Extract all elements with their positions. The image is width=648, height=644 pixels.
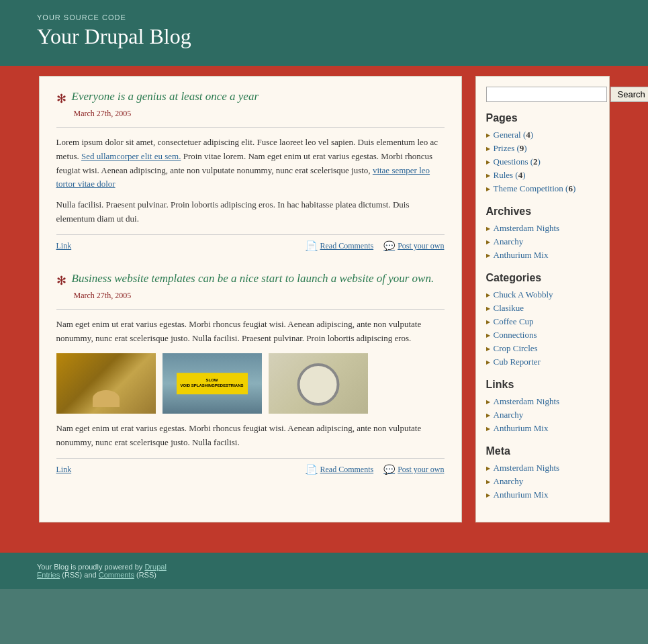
site-subtitle: YOUR SOURCE CODE [37,13,611,21]
article-2-body-2: Nam eget enim ut erat varius egestas. Mo… [56,422,445,450]
snowflake-icon-2: ✻ [56,273,66,288]
site-footer: Your Blog is proudly powered by Drupal E… [0,553,648,589]
article-2-divider [56,309,445,310]
meta-item-amsterdam: Amsterdam Nights [486,461,599,475]
article-2-gallery [56,353,445,414]
content-wrapper: ✻ Everyone is a genius at least once a y… [19,76,630,543]
archives-item-anarchy: Anarchy [486,235,599,248]
article-1-body-text-3: Nulla facilisi. Praesent pulvinar. Proin… [56,198,445,226]
category-item-crop: Crop Circles [486,342,599,355]
gallery-image-1 [56,353,156,414]
article-1-footer: Link 📄 Read Comments 💬 Post your own [56,234,445,252]
post-icon-1: 💬 [383,240,395,252]
pages-item-rules: Rules (4) [486,169,599,182]
footer-comments-link[interactable]: Comments [99,571,134,579]
categories-list: Chuck A Wobbly Clasikue Coffee Cup Conne… [486,288,599,369]
article-1-link[interactable]: Link [56,241,72,251]
outer-container: ✻ Everyone is a genius at least once a y… [0,66,648,553]
article-1-divider [56,127,445,128]
archives-item-amsterdam: Amsterdam Nights [486,222,599,235]
gallery-image-2 [163,353,262,414]
article-2-footer: Link 📄 Read Comments 💬 Post your own [56,458,445,475]
meta-section: Meta Amsterdam Nights Anarchy Anthurium … [486,445,599,502]
site-title: Your Drupal Blog [37,24,611,49]
pages-list: General (4) Prizes (9) Questions (2) Rul… [486,128,599,195]
archives-heading: Archives [486,205,599,218]
footer-comments-rss: (RSS) [136,571,156,579]
sidebar: Search Pages General (4) Prizes (9) Ques… [475,76,610,522]
pages-section: Pages General (4) Prizes (9) Questions (… [486,112,599,195]
main-content: ✻ Everyone is a genius at least once a y… [39,76,462,522]
footer-and-text: and [84,571,96,579]
pages-item-prizes: Prizes (9) [486,142,599,155]
site-header: YOUR SOURCE CODE Your Drupal Blog [0,0,648,66]
post-icon-2: 💬 [383,464,395,475]
category-item-connections: Connections [486,328,599,342]
archives-item-anthurium: Anthurium Mix [486,248,599,262]
category-item-coffee: Coffee Cup [486,315,599,328]
links-section: Links Amsterdam Nights Anarchy Anthurium… [486,379,599,435]
category-item-chuck: Chuck A Wobbly [486,288,599,302]
links-item-anarchy: Anarchy [486,408,599,422]
article-2-post-your-own[interactable]: 💬 Post your own [383,464,444,475]
categories-heading: Categories [486,272,599,284]
article-2-body-text-2: Nam eget enim ut erat varius egestas. Mo… [56,422,445,450]
search-button[interactable]: Search [610,87,649,102]
article-2-body: Nam eget enim ut erat varius egestas. Mo… [56,318,445,346]
content-area: ✻ Everyone is a genius at least once a y… [39,76,610,522]
footer-entries-link[interactable]: Entries [37,571,60,579]
article-1-footer-right: 📄 Read Comments 💬 Post your own [306,240,444,252]
links-list: Amsterdam Nights Anarchy Anthurium Mix [486,395,599,435]
article-1-body: Lorem ipsum dolor sit amet, consectetuer… [56,136,445,226]
article-1-title[interactable]: Everyone is a genius at least once a yea… [72,90,259,103]
article-1-date: March 27th, 2005 [74,109,445,119]
article-2-title-row: ✻ Business website templates can be a ni… [56,272,445,288]
article-2-read-comments[interactable]: 📄 Read Comments [306,464,373,475]
meta-item-anarchy: Anarchy [486,475,599,488]
pages-item-questions: Questions (2) [486,155,599,169]
pages-heading: Pages [486,112,599,124]
search-input[interactable] [486,87,607,102]
article-1: ✻ Everyone is a genius at least once a y… [56,90,445,252]
meta-heading: Meta [486,445,599,457]
gallery-image-3 [269,353,368,414]
article-1-title-row: ✻ Everyone is a genius at least once a y… [56,90,445,106]
article-2-body-text-1: Nam eget enim ut erat varius egestas. Mo… [56,318,445,346]
search-form: Search [486,87,599,102]
article-2-date: March 27th, 2005 [74,291,445,301]
links-item-amsterdam: Amsterdam Nights [486,395,599,408]
footer-entries-rss: (RSS) [62,571,82,579]
comment-icon-2: 📄 [306,464,317,475]
article-1-body-link-1[interactable]: Sed ullamcorper elit eu sem. [81,151,181,161]
article-2: ✻ Business website templates can be a ni… [56,272,445,475]
category-item-clasikue: Clasikue [486,302,599,315]
categories-section: Categories Chuck A Wobbly Clasikue Coffe… [486,272,599,369]
archives-section: Archives Amsterdam Nights Anarchy Anthur… [486,205,599,262]
snowflake-icon-1: ✻ [56,91,66,106]
article-2-link[interactable]: Link [56,465,72,475]
footer-text: Your Blog is proudly powered by [37,563,142,571]
archives-list: Amsterdam Nights Anarchy Anthurium Mix [486,222,599,262]
footer-drupal-link[interactable]: Drupal [144,563,166,571]
category-item-cub: Cub Reporter [486,355,599,369]
article-1-post-your-own[interactable]: 💬 Post your own [383,240,444,252]
article-2-footer-right: 📄 Read Comments 💬 Post your own [306,464,444,475]
article-2-title[interactable]: Business website templates can be a nice… [72,272,434,285]
pages-item-general: General (4) [486,128,599,142]
meta-item-anthurium: Anthurium Mix [486,488,599,502]
links-heading: Links [486,379,599,391]
links-item-anthurium: Anthurium Mix [486,422,599,435]
meta-list: Amsterdam Nights Anarchy Anthurium Mix [486,461,599,502]
pages-item-theme: Theme Competition (6) [486,182,599,195]
article-1-read-comments[interactable]: 📄 Read Comments [306,240,373,252]
comment-icon-1: 📄 [306,240,317,252]
